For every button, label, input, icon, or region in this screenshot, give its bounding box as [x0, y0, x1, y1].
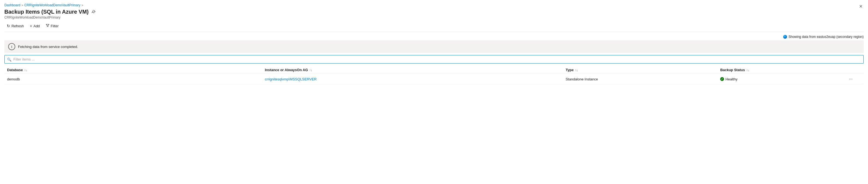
close-button[interactable]: ✕	[858, 3, 864, 10]
sort-icon-backup-status[interactable]: ↑↓	[746, 68, 749, 72]
col-header-actions	[838, 66, 864, 74]
col-header-type: Type ↑↓	[563, 66, 717, 74]
filter-label: Filter	[51, 24, 59, 28]
breadcrumb-separator-1: >	[22, 4, 23, 7]
secondary-region-text: Showing data from eastus2euap (secondary…	[788, 35, 864, 39]
breadcrumb-separator-2: >	[82, 4, 83, 7]
filter-button[interactable]: Filter	[43, 22, 61, 30]
refresh-icon: ↻	[7, 24, 10, 28]
col-header-instance: Instance or AlwaysOn AG ↑↓	[262, 66, 563, 74]
refresh-label: Refresh	[11, 24, 24, 28]
cell-status-0: Healthy	[717, 74, 838, 85]
breadcrumb-dashboard[interactable]: Dashboard	[4, 3, 21, 7]
refresh-button[interactable]: ↻ Refresh	[4, 22, 27, 30]
add-label: Add	[34, 24, 40, 28]
globe-icon	[783, 35, 787, 39]
sort-icon-instance[interactable]: ↑↓	[309, 68, 312, 72]
col-header-backup-status: Backup Status ↑↓	[717, 66, 838, 74]
filter-input-container: 🔍	[4, 55, 864, 63]
page-subtitle: CRRIgniteWorkloadDemoVaultPrimary	[4, 16, 864, 19]
filter-icon	[46, 24, 49, 28]
page-container: Dashboard > CRRIgniteWorkloadDemoVaultPr…	[0, 0, 868, 85]
page-header: Backup Items (SQL in Azure VM)	[4, 9, 864, 15]
pin-icon[interactable]	[91, 10, 96, 14]
more-button-0[interactable]: ···	[847, 76, 854, 82]
page-title: Backup Items (SQL in Azure VM)	[4, 9, 89, 15]
status-label-0: Healthy	[725, 77, 737, 81]
table-row: demodb crrignitesqlvmp\MSSQLSERVER Stand…	[4, 74, 864, 85]
cell-instance-0[interactable]: crrignitesqlvmp\MSSQLSERVER	[262, 74, 563, 85]
instance-link-0[interactable]: crrignitesqlvmp\MSSQLSERVER	[265, 77, 317, 81]
info-bar: i Fetching data from service completed.	[4, 40, 864, 53]
status-icon-0	[720, 77, 724, 81]
cell-actions-0[interactable]: ···	[838, 74, 864, 85]
cell-type-0: Standalone Instance	[563, 74, 717, 85]
search-icon: 🔍	[7, 57, 11, 61]
svg-line-0	[94, 11, 95, 12]
add-button[interactable]: + Add	[28, 22, 42, 30]
toolbar: ↻ Refresh + Add Filter	[4, 22, 864, 32]
col-header-database: Database ↑↓	[4, 66, 262, 74]
breadcrumb-vault[interactable]: CRRIgniteWorkloadDemoVaultPrimary	[24, 3, 81, 7]
sort-icon-type[interactable]: ↑↓	[575, 68, 578, 72]
info-message: Fetching data from service completed.	[18, 45, 78, 49]
sort-icon-database[interactable]: ↑↓	[24, 68, 27, 72]
breadcrumb: Dashboard > CRRIgniteWorkloadDemoVaultPr…	[4, 3, 864, 7]
filter-input[interactable]	[4, 55, 864, 63]
table-header: Database ↑↓ Instance or AlwaysOn AG ↑↓ T…	[4, 66, 864, 74]
secondary-region-bar: Showing data from eastus2euap (secondary…	[4, 35, 864, 39]
backup-items-table: Database ↑↓ Instance or AlwaysOn AG ↑↓ T…	[4, 66, 864, 85]
info-icon: i	[8, 43, 15, 50]
add-icon: +	[30, 24, 32, 28]
cell-database-0: demodb	[4, 74, 262, 85]
